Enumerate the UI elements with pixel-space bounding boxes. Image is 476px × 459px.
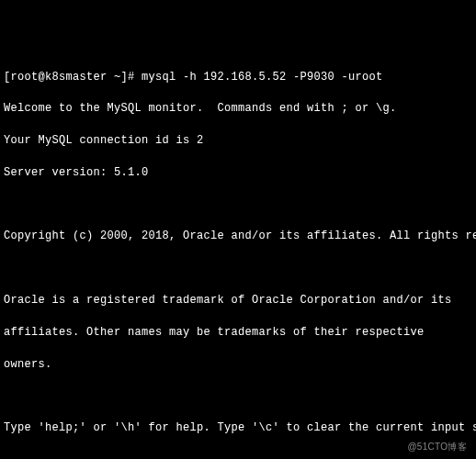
welcome-line-2: Your MySQL connection id is 2	[4, 133, 472, 149]
shell-prompt-line: [root@k8smaster ~]# mysql -h 192.168.5.5…	[4, 70, 472, 85]
blank-line	[4, 261, 472, 276]
watermark: @51CTO博客	[407, 441, 467, 454]
blank-line	[4, 453, 472, 459]
welcome-line-1: Welcome to the MySQL monitor. Commands e…	[4, 101, 472, 117]
shell-prompt: [root@k8smaster ~]#	[4, 71, 135, 84]
trademark-line-2: affiliates. Other names may be trademark…	[4, 325, 472, 341]
blank-line	[4, 197, 472, 213]
blank-line	[4, 388, 472, 404]
welcome-line-3: Server version: 5.1.0	[4, 165, 472, 181]
trademark-line-1: Oracle is a registered trademark of Orac…	[4, 293, 472, 308]
trademark-line-3: owners.	[4, 357, 472, 373]
help-line: Type 'help;' or '\h' for help. Type '\c'…	[4, 420, 472, 436]
shell-command: mysql -h 192.168.5.52 -P9030 -uroot	[142, 71, 383, 84]
copyright-line: Copyright (c) 2000, 2018, Oracle and/or …	[4, 229, 472, 244]
